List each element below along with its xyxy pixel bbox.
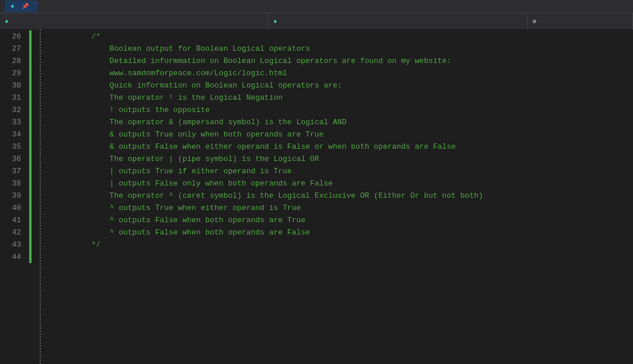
line-number: 40 — [0, 202, 25, 214]
class-dropdown[interactable]: ♦ — [269, 13, 528, 30]
line-number: 44 — [0, 251, 25, 263]
gutter-cell — [32, 226, 40, 239]
code-line: The operator & (ampersand symbol) is the… — [55, 116, 633, 128]
gutter-cell — [32, 55, 40, 67]
gutter-cell2 — [41, 153, 49, 165]
line-number: 26 — [0, 30, 25, 43]
code-line: The operator ^ (caret symbol) is the Log… — [55, 190, 633, 202]
pin-button[interactable]: 📌 — [22, 3, 29, 10]
code-line: & outputs False when either operand is F… — [55, 141, 633, 153]
namespace-dropdown[interactable]: ♦ — [0, 13, 269, 30]
line-number: 36 — [0, 153, 25, 165]
code-line: Boolean output for Boolean Logical opera… — [55, 43, 633, 55]
namespace-icon: ♦ — [5, 18, 9, 25]
line-number: 29 — [0, 67, 25, 79]
gutter-cell2 — [41, 226, 49, 239]
gutter-cell2 — [41, 67, 49, 79]
method-icon: ⊕ — [533, 18, 537, 25]
code-line: & outputs True only when both operands a… — [55, 128, 633, 141]
line-number: 30 — [0, 79, 25, 92]
line-number: 33 — [0, 116, 25, 128]
code-line: The operator | (pipe symbol) is the Logi… — [55, 153, 633, 165]
gutter-cell — [32, 92, 40, 104]
gutter-cell — [32, 177, 40, 190]
title-bar: ♦ 📌 — [0, 0, 633, 13]
gutter-cell — [32, 104, 40, 116]
code-line: Detailed informmation on Boolean Logical… — [55, 55, 633, 67]
gutter-cell2 — [41, 55, 49, 67]
gutter-cell — [32, 67, 40, 79]
line-number: 28 — [0, 55, 25, 67]
gutter-cell2 — [41, 141, 49, 153]
code-line: Quick information on Boolean Logical ope… — [55, 79, 633, 92]
code-line: www.samdomforpeace.com/Logic/logic.html — [55, 67, 633, 79]
line-number: 31 — [0, 92, 25, 104]
gutter-cell2 — [41, 30, 49, 43]
gutter-cell — [32, 214, 40, 226]
code-editor: 26272829303132333435363738394041424344 /… — [0, 29, 633, 364]
gutter-cell — [32, 141, 40, 153]
code-line: ! outputs the opposite — [55, 104, 633, 116]
code-line: The operator ! is the Logical Negation — [55, 92, 633, 104]
gutter-cell2 — [41, 190, 49, 202]
line-number: 27 — [0, 43, 25, 55]
gutter-cell2 — [41, 177, 49, 190]
line-number: 35 — [0, 141, 25, 153]
line-number: 38 — [0, 177, 25, 190]
gutter-cell — [32, 153, 40, 165]
gutter-cell — [32, 128, 40, 141]
gutter-cell — [32, 239, 40, 251]
gutter-cell — [32, 190, 40, 202]
line-number: 37 — [0, 165, 25, 177]
gutter-cell — [32, 43, 40, 55]
code-line: */ — [55, 239, 633, 251]
code-line — [55, 251, 633, 263]
gutter-cell2 — [41, 92, 49, 104]
gutter-cell2 — [41, 214, 49, 226]
file-tab-icon: ♦ — [11, 3, 15, 10]
gutter-cell — [32, 251, 40, 263]
line-number: 41 — [0, 214, 25, 226]
gutter-cell — [32, 202, 40, 214]
gutter-cell2 — [41, 251, 49, 263]
code-line: | outputs True if either operand is True — [55, 165, 633, 177]
line-numbers: 26272829303132333435363738394041424344 — [0, 29, 29, 364]
toolbar: ♦ ♦ ⊕ — [0, 13, 633, 29]
gutter-col2 — [41, 29, 49, 364]
code-line: ^ outputs False when both operands are T… — [55, 214, 633, 226]
file-tab[interactable]: ♦ 📌 — [5, 1, 38, 12]
gutter-cell2 — [41, 79, 49, 92]
method-dropdown[interactable]: ⊕ — [528, 13, 633, 30]
gutter-cell2 — [41, 104, 49, 116]
gutter-cell2 — [41, 128, 49, 141]
code-content[interactable]: /* Boolean output for Boolean Logical op… — [49, 29, 633, 364]
class-icon: ♦ — [273, 18, 277, 25]
line-number: 34 — [0, 128, 25, 141]
gutter-cell2 — [41, 165, 49, 177]
code-line: | outputs False only when both operands … — [55, 177, 633, 190]
gutter-cell — [32, 116, 40, 128]
gutter-cell — [32, 30, 40, 43]
gutter-cell2 — [41, 43, 49, 55]
gutter-cell2 — [41, 116, 49, 128]
gutter-cell2 — [41, 202, 49, 214]
code-line: /* — [55, 30, 633, 43]
line-number: 39 — [0, 190, 25, 202]
gutter-cell — [32, 165, 40, 177]
line-number: 43 — [0, 239, 25, 251]
line-number: 32 — [0, 104, 25, 116]
gutter-col1 — [32, 29, 40, 364]
line-number: 42 — [0, 226, 25, 239]
gutter-cell2 — [41, 239, 49, 251]
gutter-cell — [32, 79, 40, 92]
code-line: ^ outputs True when either operand is Tr… — [55, 202, 633, 214]
code-line: ^ outputs False when both operands are F… — [55, 226, 633, 239]
